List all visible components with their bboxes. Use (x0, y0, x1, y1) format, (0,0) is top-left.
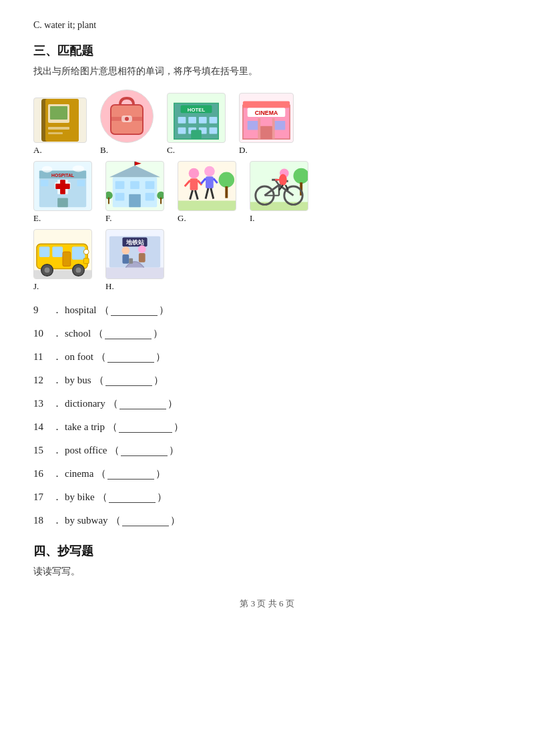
q12-blank[interactable] (105, 375, 152, 386)
label-a: A. (33, 145, 42, 156)
q13-blank[interactable] (119, 399, 166, 409)
svg-rect-3 (50, 106, 67, 120)
svg-rect-59 (160, 198, 162, 204)
svg-rect-32 (258, 118, 260, 139)
svg-point-61 (189, 168, 200, 179)
img-suitcase (100, 89, 154, 143)
label-h: H. (105, 281, 114, 292)
image-row-2: HOSPITAL E. (33, 161, 501, 224)
q15-text: post office (65, 445, 107, 456)
svg-rect-31 (260, 126, 273, 140)
q13-text: dictionary (65, 398, 105, 409)
img-dictionary (33, 98, 87, 143)
svg-rect-5 (48, 132, 63, 134)
svg-rect-16 (188, 117, 196, 124)
q16-blank[interactable] (107, 469, 154, 480)
img-bus (33, 229, 92, 279)
svg-text:HOTEL: HOTEL (188, 107, 206, 113)
svg-rect-50 (115, 181, 125, 189)
svg-point-99 (45, 268, 50, 273)
q10-num: 10 (33, 328, 52, 339)
img-cell-c: HOTEL C. (167, 93, 226, 156)
img-cell-e: HOSPITAL E. (33, 161, 92, 224)
img-trip (178, 161, 236, 211)
q12-num: 12 (33, 375, 52, 386)
svg-rect-95 (72, 246, 85, 260)
label-f: F. (105, 213, 111, 224)
q10-blank[interactable] (105, 329, 152, 339)
svg-line-71 (206, 188, 208, 199)
svg-rect-103 (83, 258, 89, 264)
img-subway: 地铁站 (105, 229, 164, 279)
img-cell-f: F. (105, 161, 164, 224)
svg-point-109 (121, 246, 129, 254)
svg-text:CINEMA: CINEMA (255, 110, 278, 116)
q13-num: 13 (33, 398, 52, 409)
svg-point-101 (76, 268, 81, 273)
svg-rect-54 (146, 193, 155, 201)
question-13: 13 ． dictionary （ ） (33, 397, 501, 410)
label-e: E. (33, 213, 41, 224)
q16-num: 16 (33, 468, 52, 480)
svg-rect-51 (130, 181, 140, 189)
q9-blank[interactable] (111, 305, 158, 316)
img-school (105, 161, 164, 211)
svg-rect-112 (139, 253, 146, 262)
svg-rect-42 (77, 180, 85, 186)
label-b: B. (100, 145, 108, 156)
svg-rect-97 (52, 246, 63, 257)
svg-rect-4 (48, 127, 69, 130)
svg-text:HOSPITAL: HOSPITAL (51, 173, 74, 178)
svg-line-63 (185, 180, 190, 186)
label-d: D. (239, 145, 248, 156)
svg-rect-17 (199, 117, 207, 124)
q12-text: by bus (65, 375, 91, 386)
q11-text: on foot (65, 351, 93, 363)
svg-rect-68 (206, 176, 214, 188)
q14-blank[interactable] (119, 422, 172, 433)
svg-rect-52 (146, 181, 155, 189)
q16-text: cinema (65, 468, 93, 480)
question-16: 16 ． cinema （ ） (33, 467, 501, 480)
top-answer-text: C. water it; plant (33, 20, 96, 30)
svg-point-67 (204, 166, 215, 177)
svg-point-104 (83, 249, 89, 254)
q11-num: 11 (33, 351, 52, 363)
question-14: 14 ． take a trip （ ） (33, 421, 501, 433)
svg-rect-23 (191, 130, 202, 140)
q17-blank[interactable] (109, 492, 156, 503)
q15-blank[interactable] (121, 445, 168, 456)
section4-title: 四、抄写题 (33, 543, 501, 559)
footer-text: 第 3 页 共 6 页 (240, 598, 294, 608)
question-12: 12 ． by bus （ ） (33, 374, 501, 387)
q17-num: 17 (33, 492, 52, 503)
q18-blank[interactable] (122, 516, 169, 526)
question-17: 17 ． by bike （ ） (33, 491, 501, 504)
svg-text:地铁站: 地铁站 (125, 239, 145, 246)
label-g: G. (178, 213, 186, 224)
q11-blank[interactable] (107, 352, 154, 363)
img-hotel: HOTEL (167, 93, 226, 143)
q18-num: 18 (33, 515, 52, 526)
svg-rect-53 (115, 193, 125, 201)
img-cell-j: J. (33, 229, 92, 292)
svg-rect-105 (106, 268, 164, 279)
svg-rect-113 (129, 258, 133, 264)
img-cell-i: I. (250, 161, 308, 224)
svg-rect-18 (210, 117, 218, 124)
svg-point-45 (73, 166, 85, 172)
section3-instruction: 找出与所给图片意思相符的单词，将序号填在括号里。 (33, 65, 501, 77)
svg-rect-19 (178, 128, 186, 134)
q18-text: by subway (65, 515, 108, 526)
svg-rect-41 (41, 180, 49, 186)
q14-text: take a trip (65, 421, 105, 433)
image-row-1: A. B. (33, 89, 501, 156)
svg-line-69 (201, 178, 206, 184)
svg-point-76 (294, 168, 308, 184)
svg-rect-33 (272, 118, 275, 139)
svg-rect-30 (274, 121, 286, 130)
label-i: I. (250, 213, 255, 224)
svg-point-44 (42, 166, 53, 173)
svg-rect-102 (63, 252, 71, 266)
q9-text: hospital (65, 305, 97, 316)
